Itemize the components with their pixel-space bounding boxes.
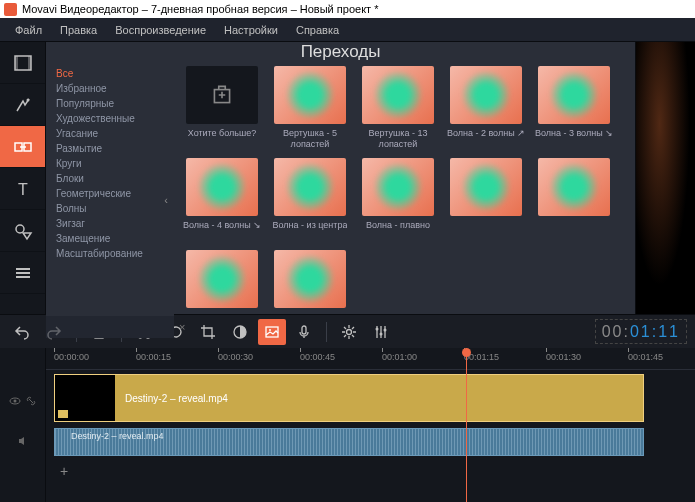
video-track[interactable]: Destiny-2 – reveal.mp4 — [54, 374, 687, 424]
transition-item[interactable] — [182, 250, 262, 334]
video-clip[interactable]: Destiny-2 – reveal.mp4 — [54, 374, 644, 422]
add-effect-button[interactable]: + — [54, 462, 687, 480]
app-logo-icon — [4, 3, 17, 16]
transition-thumbnail — [362, 66, 434, 124]
transition-label: Волна - из центра — [273, 220, 348, 242]
playhead[interactable] — [466, 348, 467, 502]
transition-item[interactable] — [446, 158, 526, 242]
ruler-mark: 00:00:00 — [54, 352, 89, 362]
transition-label: Волна - 2 волны ↗ — [447, 128, 525, 150]
tool-more[interactable] — [0, 252, 45, 294]
category-item[interactable]: Круги — [56, 156, 174, 171]
audio-track-controls — [0, 426, 45, 456]
category-item[interactable]: Все — [56, 66, 174, 81]
collapse-categories-handle[interactable]: ‹ — [161, 190, 171, 210]
transition-item[interactable] — [534, 158, 614, 242]
transition-label: Вертушка - 13 лопастей — [358, 128, 438, 150]
panel-title: Переходы — [46, 42, 635, 62]
transition-thumbnail — [450, 66, 522, 124]
audio-clip-title: Destiny-2 – reveal.mp4 — [61, 431, 164, 441]
tool-filters[interactable] — [0, 84, 45, 126]
category-item[interactable]: Масштабирование — [56, 246, 174, 261]
category-item[interactable]: Волны — [56, 201, 174, 216]
ruler-mark: 00:01:00 — [382, 352, 417, 362]
transition-item[interactable]: Волна - из центра — [270, 158, 350, 242]
folder-icon — [58, 410, 68, 418]
transition-item[interactable]: Волна - 4 волны ↘ — [182, 158, 262, 242]
menu-help[interactable]: Справка — [287, 24, 348, 36]
undo-button[interactable] — [8, 319, 36, 345]
transition-thumbnail — [186, 66, 258, 124]
category-item[interactable]: Блоки — [56, 171, 174, 186]
ruler-mark: 00:01:45 — [628, 352, 663, 362]
svg-point-33 — [13, 400, 16, 403]
timeline-tracks[interactable]: 00:00:0000:00:1500:00:3000:00:4500:01:00… — [46, 348, 695, 502]
audio-track[interactable]: Destiny-2 – reveal.mp4 — [54, 428, 687, 458]
clear-search-icon[interactable]: × — [179, 321, 185, 333]
svg-point-7 — [16, 225, 24, 233]
transition-label: Волна - 4 волны ↘ — [183, 220, 261, 242]
window-title: Movavi Видеоредактор – 7-дневная пробная… — [22, 3, 378, 15]
transition-label: Вертушка - 5 лопастей — [270, 128, 350, 150]
menu-playback[interactable]: Воспроизведение — [106, 24, 215, 36]
transitions-panel: Переходы ‹ ВсеИзбранноеПопулярныеХудожес… — [46, 42, 635, 314]
transition-item[interactable]: Волна - 2 волны ↗ — [446, 66, 526, 150]
timeline: 00:00:0000:00:1500:00:3000:00:4500:01:00… — [0, 348, 695, 502]
transition-thumbnail — [186, 250, 258, 308]
transition-thumbnail — [274, 66, 346, 124]
ruler-mark: 00:01:30 — [546, 352, 581, 362]
svg-rect-1 — [15, 56, 18, 70]
eye-icon[interactable] — [9, 395, 21, 407]
tool-titles[interactable]: T — [0, 168, 45, 210]
transition-label: Хотите больше? — [188, 128, 257, 150]
tool-shapes[interactable] — [0, 210, 45, 252]
effect-track[interactable]: + — [54, 462, 687, 482]
transition-thumbnail — [274, 158, 346, 216]
transition-item[interactable] — [270, 250, 350, 334]
category-item[interactable]: Геометрические — [56, 186, 174, 201]
svg-text:T: T — [18, 181, 28, 198]
category-item[interactable]: Популярные — [56, 96, 174, 111]
svg-rect-9 — [16, 272, 30, 274]
svg-rect-10 — [16, 276, 30, 278]
track-controls-column — [0, 348, 46, 502]
transition-item[interactable]: Волна - 3 волны ↘ — [534, 66, 614, 150]
search-input[interactable] — [52, 322, 179, 333]
svg-rect-2 — [28, 56, 31, 70]
window-titlebar: Movavi Видеоредактор – 7-дневная пробная… — [0, 0, 695, 18]
transition-thumbnail — [274, 250, 346, 308]
menu-settings[interactable]: Настройки — [215, 24, 287, 36]
category-item[interactable]: Избранное — [56, 81, 174, 96]
clip-thumbnail — [55, 375, 115, 421]
link-icon[interactable] — [25, 395, 37, 407]
transitions-grid: Хотите больше?Вертушка - 5 лопастейВерту… — [174, 62, 635, 338]
category-item[interactable]: Размытие — [56, 141, 174, 156]
transition-item[interactable]: Вертушка - 5 лопастей — [270, 66, 350, 150]
category-item[interactable]: Художественные — [56, 111, 174, 126]
tool-media[interactable] — [0, 42, 45, 84]
speaker-icon[interactable] — [17, 435, 29, 447]
category-item[interactable]: Зигзаг — [56, 216, 174, 231]
transition-label: Волна - 3 волны ↘ — [535, 128, 613, 150]
transition-thumbnail — [450, 158, 522, 216]
category-item[interactable]: Замещение — [56, 231, 174, 246]
transition-thumbnail — [186, 158, 258, 216]
redo-button[interactable] — [40, 319, 68, 345]
transition-label: Волна - плавно — [366, 220, 430, 242]
audio-clip[interactable]: Destiny-2 – reveal.mp4 — [54, 428, 644, 456]
svg-rect-8 — [16, 268, 30, 270]
ruler-mark: 00:00:15 — [136, 352, 171, 362]
transition-item[interactable]: Волна - плавно — [358, 158, 438, 242]
svg-point-3 — [26, 98, 29, 101]
clip-title: Destiny-2 – reveal.mp4 — [115, 393, 228, 404]
category-item[interactable]: Угасание — [56, 126, 174, 141]
menu-edit[interactable]: Правка — [51, 24, 106, 36]
menu-file[interactable]: Файл — [6, 24, 51, 36]
menu-bar: Файл Правка Воспроизведение Настройки Сп… — [0, 18, 695, 42]
ruler-mark: 00:00:30 — [218, 352, 253, 362]
transition-item[interactable]: Хотите больше? — [182, 66, 262, 150]
transition-thumbnail — [362, 158, 434, 216]
timeline-ruler[interactable]: 00:00:0000:00:1500:00:3000:00:4500:01:00… — [46, 348, 695, 370]
tool-transitions[interactable] — [0, 126, 45, 168]
transition-item[interactable]: Вертушка - 13 лопастей — [358, 66, 438, 150]
